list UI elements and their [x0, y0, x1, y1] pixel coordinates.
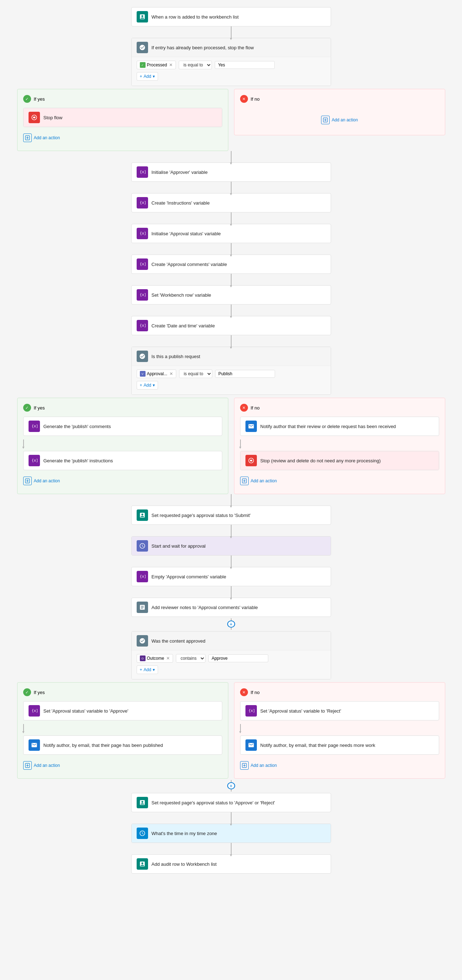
branch2-yes-add-action[interactable]: Add an action — [23, 474, 222, 488]
whats-time-title: What's the time in my time zone — [152, 831, 319, 836]
condition3-operator[interactable]: contains — [176, 654, 205, 663]
start-approval-icon — [137, 540, 148, 552]
outcome-tag-close[interactable]: ✕ — [166, 656, 170, 661]
outcome-tag-icon: O — [140, 655, 146, 661]
processed-tag-icon: ✓ — [140, 62, 146, 68]
empty-approval-comments-icon: {x} — [137, 571, 148, 582]
branch3-no-label-row: ✕ If no — [240, 688, 439, 696]
add-between-icon-2[interactable]: + — [227, 782, 235, 789]
set-approve-reject-card[interactable]: Set requested page's approval status to … — [131, 793, 331, 812]
whats-time-card[interactable]: What's the time in my time zone — [131, 824, 331, 843]
condition2-operator[interactable]: is equal to — [179, 369, 212, 378]
condition2-value[interactable] — [215, 370, 275, 378]
notify-needs-work-card[interactable]: Notify author, by email, that their page… — [240, 735, 439, 755]
set-approval-submit-card[interactable]: Set requested page's approval status to … — [131, 506, 331, 525]
processed-tag[interactable]: ✓ Processed ✕ — [137, 61, 176, 69]
svg-text:{x}: {x} — [140, 170, 146, 174]
branch1-container: ✓ If yes Stop flow Add an action — [17, 89, 445, 151]
branch2-yes-add-label: Add an action — [34, 479, 60, 484]
add-icon: + — [140, 74, 142, 79]
branch2-no-connector — [240, 439, 241, 447]
stop-review-delete-card[interactable]: Stop (review and delete do not need any … — [240, 451, 439, 470]
condition3-value[interactable] — [208, 654, 268, 662]
gen-publish-instructions-icon: {x} — [29, 455, 40, 466]
condition1-operator[interactable]: is equal to — [179, 61, 212, 69]
condition1-add-btn[interactable]: + Add ▾ — [137, 72, 158, 81]
create-approval-comments-title: Create 'Approval comments' variable — [152, 262, 319, 267]
condition3-add-label: Add — [144, 667, 151, 672]
branch1-no-add-action[interactable]: Add an action — [321, 113, 358, 127]
set-approval-status-approve-card[interactable]: {x} Set 'Approval status' variable to 'A… — [23, 701, 222, 721]
connector-3 — [231, 182, 232, 193]
approval-tag[interactable]: V Approval... ✕ — [137, 369, 176, 378]
branch1-yes: ✓ If yes Stop flow Add an action — [17, 89, 228, 151]
connector-6 — [231, 274, 232, 285]
trigger-card[interactable]: When a row is added to the workbench lis… — [131, 7, 331, 26]
stop-flow-step[interactable]: Stop flow — [23, 108, 222, 127]
condition1-card: If entry has already been processed, sto… — [131, 38, 331, 86]
branch3-no-add-action[interactable]: Add an action — [240, 758, 439, 773]
branch3-container: ✓ If yes {x} Set 'Approval status' varia… — [17, 682, 445, 779]
branch1-yes-add-action[interactable]: Add an action — [23, 130, 222, 145]
branch3-no-connector — [240, 724, 241, 731]
init-approver-card[interactable]: {x} Initialise 'Approver' variable — [131, 162, 331, 182]
outcome-tag[interactable]: O Outcome ✕ — [137, 654, 173, 663]
gen-publish-comments-title: Generate the 'publish' comments — [43, 424, 211, 429]
set-approval-submit-title: Set requested page's approval status to … — [152, 513, 319, 518]
set-workbench-row-card[interactable]: {x} Set 'Workbench row' variable — [131, 285, 331, 304]
notify-author-review-delete-card[interactable]: Notify author that their review or delet… — [240, 417, 439, 436]
condition1-value[interactable] — [215, 61, 275, 69]
create-approval-comments-icon: {x} — [137, 258, 148, 270]
notify-needs-work-title: Notify author, by email, that their page… — [260, 743, 427, 748]
init-approver-icon: {x} — [137, 166, 148, 178]
branch3-no: ✕ If no {x} Set 'Approval status' variab… — [234, 682, 445, 779]
stop-flow-icon — [29, 112, 40, 123]
gen-publish-comments-icon: {x} — [29, 420, 40, 432]
branch2-no-add-label: Add an action — [251, 479, 277, 484]
flow-container: When a row is added to the workbench lis… — [0, 7, 462, 873]
create-date-time-card[interactable]: {x} Create 'Date and time' variable — [131, 316, 331, 335]
notify-published-icon — [29, 739, 40, 751]
svg-text:{x}: {x} — [140, 293, 146, 297]
add-icon-3: + — [140, 667, 142, 672]
branch1-no-label: ✕ If no — [240, 95, 439, 103]
branch2-no-label-row: ✕ If no — [240, 404, 439, 412]
notify-published-card[interactable]: Notify author, by email, that their page… — [23, 735, 222, 755]
notify-author-review-icon — [245, 420, 257, 432]
init-approval-status-card[interactable]: {x} Initialise 'Approval status' variabl… — [131, 224, 331, 243]
approval-tag-close[interactable]: ✕ — [170, 371, 173, 376]
create-instructions-title: Create 'Instructions' variable — [152, 200, 319, 206]
start-approval-card[interactable]: Start and wait for approval — [131, 536, 331, 555]
init-approval-status-icon: {x} — [137, 228, 148, 239]
branch1-no-empty: Add an action — [240, 108, 439, 129]
branch1-yes-add-label: Add an action — [34, 135, 60, 140]
create-approval-comments-card[interactable]: {x} Create 'Approval comments' variable — [131, 255, 331, 274]
processed-tag-label: Processed — [147, 62, 167, 67]
create-instructions-card[interactable]: {x} Create 'Instructions' variable — [131, 193, 331, 212]
notify-published-title: Notify author, by email, that their page… — [43, 743, 211, 748]
condition3-add-btn[interactable]: + Add ▾ — [137, 665, 158, 674]
branch3-yes-add-action[interactable]: Add an action — [23, 758, 222, 773]
condition2-title: Is this a publish request — [152, 354, 319, 359]
add-audit-row-card[interactable]: Add audit row to Workbench list — [131, 854, 331, 873]
init-approver-title: Initialise 'Approver' variable — [152, 170, 319, 175]
branch2-yes-add-icon — [23, 477, 32, 485]
set-approve-reject-title: Set requested page's approval status to … — [152, 800, 319, 805]
add-between-icon[interactable]: + — [227, 620, 235, 628]
svg-text:{x}: {x} — [140, 574, 146, 578]
branch2-no-add-action[interactable]: Add an action — [240, 474, 439, 488]
svg-text:{x}: {x} — [140, 262, 146, 266]
create-date-time-icon: {x} — [137, 320, 148, 331]
condition1-icon — [137, 42, 148, 53]
empty-approval-comments-card[interactable]: {x} Empty 'Approval comments' variable — [131, 567, 331, 586]
set-approval-status-reject-card[interactable]: {x} Set 'Approval status' variable to 'R… — [240, 701, 439, 721]
set-approval-submit-icon — [137, 509, 148, 521]
add-reviewer-notes-card[interactable]: Add reviewer notes to 'Approval comments… — [131, 598, 331, 617]
trigger-title: When a row is added to the workbench lis… — [152, 14, 319, 20]
generate-publish-instructions-card[interactable]: {x} Generate the 'publish' instructions — [23, 451, 222, 470]
processed-tag-close[interactable]: ✕ — [169, 62, 173, 67]
condition2-add-btn[interactable]: + Add ▾ — [137, 381, 158, 390]
connector-7 — [231, 304, 232, 316]
condition2-add-label: Add — [144, 383, 151, 388]
generate-publish-comments-card[interactable]: {x} Generate the 'publish' comments — [23, 417, 222, 436]
